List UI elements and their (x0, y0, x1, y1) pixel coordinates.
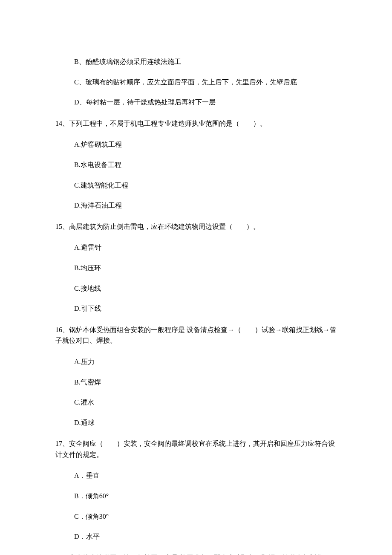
option-text: D、每衬粘一层，待干燥或热处理后再衬下一层 (74, 97, 337, 108)
option-text: A.避雷针 (74, 242, 337, 253)
question-text: 安全阀应（ ）安装，安全阀的最终调校宜在系统上进行，其开启和回座压力应符合设计文… (55, 440, 335, 458)
option-text: B、酚醛玻璃钢必须采用连续法施工 (74, 56, 337, 67)
question-text: 锅炉本体受热面组合安装的一般程序是 设备清点检查→（ ）试验→联箱找正划线→管子… (55, 326, 337, 344)
option-text: B.气密焊 (74, 377, 337, 388)
option-text: D.海洋石油工程 (74, 200, 337, 211)
option-text: B.均压环 (74, 263, 337, 274)
question-15: 15、高层建筑为防止侧击雷电，应在环绕建筑物周边设置（ ）。 (55, 221, 337, 232)
question-17: 17、安全阀应（ ）安装，安全阀的最终调校宜在系统上进行，其开启和回座压力应符合… (55, 438, 337, 460)
question-number: 16、 (55, 326, 69, 333)
option-text: C.灌水 (74, 397, 337, 408)
option-text: B．倾角60° (74, 491, 337, 502)
question-text: 下列工程中，不属于机电工程专业建造师执业范围的是（ ）。 (69, 120, 267, 127)
option-text: C、玻璃布的贴衬顺序，应先立面后平面，先上后下，先里后外，先壁后底 (74, 77, 337, 88)
question-number: 17、 (55, 440, 69, 447)
question-18: 18、室内给水管道工程地一般施工程序是 施工准备→配合土建预留、预埋→管道支架制… (55, 552, 337, 555)
option-text: C.接地线 (74, 283, 337, 294)
option-text: D．水平 (74, 531, 337, 542)
option-text: A．垂直 (74, 470, 337, 481)
question-number: 15、 (55, 223, 69, 230)
option-text: A.炉窑砌筑工程 (74, 139, 337, 150)
option-text: C.建筑智能化工程 (74, 180, 337, 191)
question-16: 16、锅炉本体受热面组合安装的一般程序是 设备清点检查→（ ）试验→联箱找正划线… (55, 324, 337, 346)
option-text: B.水电设备工程 (74, 159, 337, 171)
question-14: 14、下列工程中，不属于机电工程专业建造师执业范围的是（ ）。 (55, 118, 337, 129)
question-text: 高层建筑为防止侧击雷电，应在环绕建筑物周边设置（ ）。 (69, 223, 260, 230)
option-text: A.压力 (74, 356, 337, 367)
option-text: D.引下线 (74, 303, 337, 314)
question-number: 14、 (55, 120, 69, 127)
option-text: D.通球 (74, 417, 337, 428)
option-text: C．倾角30° (74, 511, 337, 522)
